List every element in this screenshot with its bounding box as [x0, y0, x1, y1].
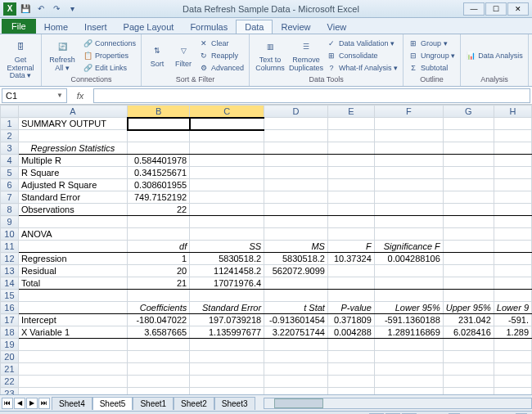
- tab-file[interactable]: File: [2, 19, 36, 34]
- cell-C19[interactable]: [190, 339, 264, 351]
- cell-A2[interactable]: [18, 130, 127, 142]
- cell-B1[interactable]: [128, 118, 190, 130]
- cell-A22[interactable]: [18, 376, 127, 388]
- row-header-16[interactable]: 16: [1, 302, 19, 314]
- scrollbar-thumb[interactable]: [274, 398, 323, 408]
- cell-E17[interactable]: 0.371809: [327, 314, 374, 326]
- row-header-10[interactable]: 10: [1, 228, 19, 241]
- cell-C20[interactable]: [190, 351, 264, 363]
- sheet-tab[interactable]: Sheet5: [92, 397, 133, 410]
- cell-D22[interactable]: [264, 376, 328, 388]
- cell-C12[interactable]: 5830518.2: [190, 253, 264, 265]
- cell-F7[interactable]: [374, 191, 443, 204]
- cell-C5[interactable]: [190, 167, 264, 179]
- cell-E14[interactable]: [327, 277, 374, 290]
- col-header-C[interactable]: C: [190, 106, 264, 118]
- cell-G14[interactable]: [443, 277, 494, 290]
- cell-A4[interactable]: Multiple R: [18, 155, 127, 167]
- row-header-15[interactable]: 15: [1, 290, 19, 302]
- tab-page-layout[interactable]: Page Layout: [115, 20, 183, 34]
- spreadsheet-grid[interactable]: ABCDEFGH1SUMMARY OUTPUT23Regression Stat…: [0, 105, 532, 394]
- tab-view[interactable]: View: [319, 20, 355, 34]
- cell-G22[interactable]: [443, 376, 494, 388]
- cell-C16[interactable]: Standard Error: [190, 302, 264, 314]
- edit-links-button[interactable]: 🔗Edit Links: [81, 62, 138, 74]
- row-header-8[interactable]: 8: [1, 204, 19, 216]
- name-box[interactable]: C1▼: [2, 88, 67, 103]
- col-header-E[interactable]: E: [327, 106, 374, 118]
- cell-H6[interactable]: [494, 179, 531, 191]
- cell-H7[interactable]: [494, 191, 531, 204]
- cell-D15[interactable]: [264, 290, 328, 302]
- col-header-D[interactable]: D: [264, 106, 328, 118]
- cell-E16[interactable]: P-value: [327, 302, 374, 314]
- row-header-19[interactable]: 19: [1, 339, 19, 351]
- cell-H14[interactable]: [494, 277, 531, 290]
- fx-button[interactable]: fx: [69, 91, 92, 101]
- horizontal-scrollbar[interactable]: [264, 398, 532, 409]
- row-header-13[interactable]: 13: [1, 265, 19, 277]
- row-header-14[interactable]: 14: [1, 277, 19, 290]
- cell-E19[interactable]: [327, 339, 374, 351]
- sort-button[interactable]: ⇅Sort: [145, 43, 169, 69]
- cell-G23[interactable]: [443, 388, 494, 395]
- cell-C6[interactable]: [190, 179, 264, 191]
- cell-B4[interactable]: 0.584401978: [128, 155, 190, 167]
- cell-H4[interactable]: [494, 155, 531, 167]
- cell-D14[interactable]: [264, 277, 328, 290]
- cell-F20[interactable]: [374, 351, 443, 363]
- cell-F3[interactable]: [374, 142, 443, 155]
- row-header-11[interactable]: 11: [1, 241, 19, 253]
- cell-B7[interactable]: 749.7152192: [128, 191, 190, 204]
- cell-D16[interactable]: t Stat: [264, 302, 328, 314]
- cell-C23[interactable]: [190, 388, 264, 395]
- cell-C22[interactable]: [190, 376, 264, 388]
- cell-H2[interactable]: [494, 130, 531, 142]
- cell-B8[interactable]: 22: [128, 204, 190, 216]
- row-header-22[interactable]: 22: [1, 376, 19, 388]
- cell-A18[interactable]: X Variable 1: [18, 326, 127, 339]
- data-analysis-button[interactable]: 📊Data Analysis: [464, 50, 525, 61]
- row-header-2[interactable]: 2: [1, 130, 19, 142]
- cell-F17[interactable]: -591.1360188: [374, 314, 443, 326]
- cell-A6[interactable]: Adjusted R Square: [18, 179, 127, 191]
- cell-H11[interactable]: [494, 241, 531, 253]
- row-header-23[interactable]: 23: [1, 388, 19, 395]
- cell-G2[interactable]: [443, 130, 494, 142]
- cell-A8[interactable]: Observations: [18, 204, 127, 216]
- cell-F5[interactable]: [374, 167, 443, 179]
- cell-B6[interactable]: 0.308601955: [128, 179, 190, 191]
- cell-G15[interactable]: [443, 290, 494, 302]
- cell-E1[interactable]: [327, 118, 374, 130]
- cell-F4[interactable]: [374, 155, 443, 167]
- cell-H21[interactable]: [494, 363, 531, 376]
- cell-F19[interactable]: [374, 339, 443, 351]
- cell-C8[interactable]: [190, 204, 264, 216]
- cell-F8[interactable]: [374, 204, 443, 216]
- cell-C3[interactable]: [190, 142, 264, 155]
- cell-B23[interactable]: [128, 388, 190, 395]
- minimize-button[interactable]: —: [463, 2, 485, 16]
- cell-D7[interactable]: [264, 191, 328, 204]
- cell-F1[interactable]: [374, 118, 443, 130]
- row-header-4[interactable]: 4: [1, 155, 19, 167]
- cell-G9[interactable]: [443, 216, 494, 228]
- cell-C13[interactable]: 11241458.2: [190, 265, 264, 277]
- row-header-12[interactable]: 12: [1, 253, 19, 265]
- col-header-B[interactable]: B: [128, 106, 190, 118]
- cell-D1[interactable]: [264, 118, 328, 130]
- select-all-cell[interactable]: [1, 106, 19, 118]
- cell-E10[interactable]: [327, 228, 374, 241]
- excel-icon[interactable]: X: [3, 2, 16, 16]
- cell-B17[interactable]: -180.047022: [128, 314, 190, 326]
- cell-A3[interactable]: Regression Statistics: [18, 142, 127, 155]
- cell-B12[interactable]: 1: [128, 253, 190, 265]
- cell-A5[interactable]: R Square: [18, 167, 127, 179]
- refresh-all-button[interactable]: 🔄Refresh All ▾: [45, 39, 79, 73]
- cell-H20[interactable]: [494, 351, 531, 363]
- cell-H22[interactable]: [494, 376, 531, 388]
- cell-A15[interactable]: [18, 290, 127, 302]
- cell-C14[interactable]: 17071976.4: [190, 277, 264, 290]
- tab-data[interactable]: Data: [236, 20, 273, 34]
- cell-G5[interactable]: [443, 167, 494, 179]
